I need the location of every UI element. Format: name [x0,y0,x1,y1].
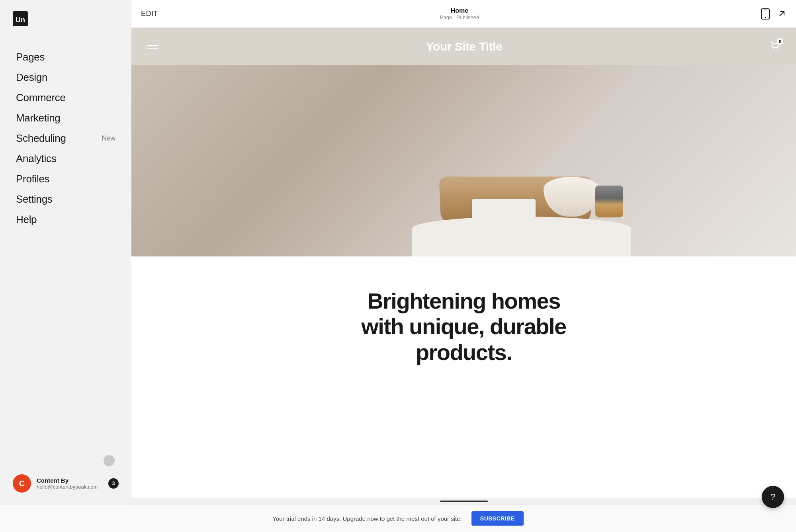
topbar-actions [761,8,786,20]
external-link-button[interactable] [777,9,786,19]
content-section: Brightening homes with unique, durable p… [131,256,796,397]
sidebar-item-analytics[interactable]: Analytics [0,149,131,169]
sidebar-item-settings[interactable]: Settings [0,189,131,209]
sidebar-item-help[interactable]: Help [0,209,131,230]
page-subtitle: Page · Published [440,14,479,20]
toggle-circle[interactable] [104,455,115,466]
preview-site-header: Your Site Title 0 [131,28,796,65]
preview-area: Your Site Title 0 [131,28,796,498]
sidebar-nav: Pages Design Commerce Marketing Scheduli… [0,39,131,447]
sidebar: Un Pages Design Commerce Marketing Sched… [0,0,131,505]
user-info: Content By hello@contentbypeak.com [37,477,103,490]
main-content: EDIT Home Page · Published [131,0,796,505]
banner-text: Your trial ends in 14 days. Upgrade now … [272,515,462,522]
user-email: hello@contentbypeak.com [37,484,103,490]
scheduling-badge: New [102,134,115,143]
bottom-banner: Your trial ends in 14 days. Upgrade now … [0,505,796,532]
svg-text:Un: Un [16,16,25,24]
progress-bar [440,501,488,502]
top-bar: EDIT Home Page · Published [131,0,796,28]
svg-point-6 [773,49,774,50]
sidebar-item-profiles[interactable]: Profiles [0,169,131,189]
sidebar-item-commerce[interactable]: Commerce [0,88,131,108]
subscribe-button[interactable]: SUBSCRIBE [471,511,524,526]
cloth [472,199,536,219]
svg-point-3 [765,17,766,18]
mobile-icon [761,8,770,20]
table-surface [412,217,631,256]
cart-icon-wrapper: 0 [770,41,780,53]
external-link-icon [777,9,786,19]
user-name: Content By [37,477,103,484]
site-title: Your Site Title [426,40,502,53]
hamburger-icon [147,45,158,49]
cart-badge: 0 [777,38,783,45]
sidebar-item-marketing[interactable]: Marketing [0,108,131,128]
mobile-preview-button[interactable] [761,8,770,20]
notification-badge[interactable]: 3 [108,478,119,489]
edit-button[interactable]: EDIT [141,10,158,18]
bottom-indicator [131,498,796,505]
logo-icon: Un [13,11,28,26]
page-title: Home [451,7,468,14]
cup [595,186,623,217]
user-section[interactable]: C Content By hello@contentbypeak.com 3 [13,474,119,493]
hero-headline: Brightening homes with unique, durable p… [344,288,583,365]
svg-point-7 [777,49,778,50]
sidebar-item-scheduling[interactable]: Scheduling New [0,128,131,149]
avatar: C [13,474,31,493]
sidebar-toggle [13,455,119,466]
hero-composition [392,97,631,256]
hero-image [131,65,796,256]
sidebar-item-pages[interactable]: Pages [0,47,131,67]
logo[interactable]: Un [0,0,131,39]
sidebar-bottom: C Content By hello@contentbypeak.com 3 [0,447,131,505]
sidebar-item-design[interactable]: Design [0,67,131,88]
topbar-center: Home Page · Published [158,7,761,20]
svg-line-5 [780,12,784,16]
help-button[interactable]: ? [762,486,784,508]
